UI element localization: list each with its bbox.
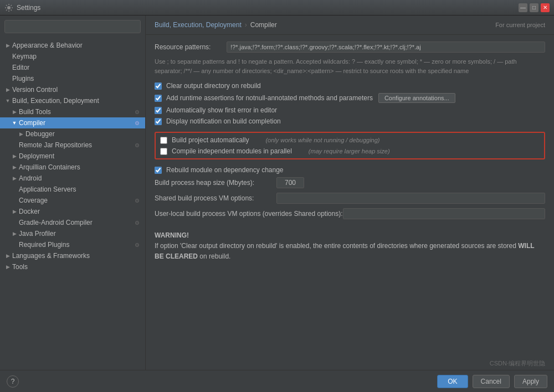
- highlighted-section: Build project automatically (only works …: [155, 132, 545, 159]
- heap-size-input[interactable]: [276, 177, 304, 188]
- gear-icon: ⚙: [133, 119, 141, 127]
- gear-icon: ⚙: [133, 197, 141, 204]
- checkbox-show-first-error: Automatically show first error in editor: [155, 106, 545, 114]
- sidebar-item-keymap[interactable]: Keymap: [0, 51, 145, 62]
- sidebar-item-remote-jar[interactable]: Remote Jar Repositories ⚙: [0, 140, 145, 151]
- gear-icon: ⚙: [133, 241, 141, 249]
- resource-hint: Use ; to separate patterns and ! to nega…: [155, 57, 545, 75]
- cancel-button[interactable]: Cancel: [473, 375, 510, 388]
- checkbox-rebuild-module: Rebuild module on dependency change: [155, 166, 545, 174]
- sidebar-item-label: Build, Execution, Deployment: [12, 97, 141, 105]
- sidebar-item-arquillian[interactable]: ▶ Arquillian Containers: [0, 162, 145, 173]
- rebuild-module-checkbox[interactable]: [155, 167, 162, 174]
- arrow-icon: ▶: [4, 42, 11, 49]
- apply-button[interactable]: Apply: [514, 375, 547, 388]
- arrow-icon: ▶: [11, 153, 18, 159]
- resource-patterns-label: Resource patterns:: [155, 42, 227, 51]
- rebuild-module-label: Rebuild module on dependency change: [166, 166, 284, 174]
- clear-output-checkbox[interactable]: [155, 82, 162, 90]
- resource-patterns-input[interactable]: [227, 42, 545, 53]
- checkbox-build-automatically: Build project automatically: [160, 136, 249, 144]
- sidebar-item-label: Build Tools: [19, 108, 133, 116]
- checkbox-runtime-assertions: Add runtime assertions for notnull-annot…: [155, 93, 545, 103]
- checkbox-clear-output: Clear output directory on rebuild: [155, 82, 545, 90]
- watermark: CSDN·编程界明世隐: [490, 359, 545, 368]
- arrow-icon: ▶: [4, 264, 11, 270]
- warning-box: WARNING! If option 'Clear output directo…: [155, 230, 545, 262]
- sidebar-item-deployment[interactable]: ▶ Deployment: [0, 151, 145, 162]
- window-controls: — □ ✕: [519, 3, 550, 12]
- sidebar-item-label: Application Servers: [19, 185, 141, 193]
- help-button[interactable]: ?: [7, 375, 19, 388]
- search-input[interactable]: [4, 20, 141, 33]
- sidebar-item-label: Compiler: [19, 119, 133, 127]
- sidebar-item-appearance[interactable]: ▶ Appearance & Behavior: [0, 40, 145, 51]
- sidebar-item-label: Required Plugins: [19, 241, 133, 249]
- sidebar-item-build-tools[interactable]: ▶ Build Tools ⚙: [0, 106, 145, 117]
- build-automatically-label: Build project automatically: [172, 136, 249, 144]
- sidebar-item-docker[interactable]: ▶ Docker: [0, 206, 145, 217]
- user-vm-input[interactable]: [343, 208, 546, 219]
- warning-title: WARNING!: [155, 230, 545, 241]
- sidebar-item-languages[interactable]: ▶ Languages & Frameworks: [0, 250, 145, 261]
- sidebar-item-compiler[interactable]: ▼ Compiler ⚙: [0, 117, 145, 128]
- runtime-assertions-label: Add runtime assertions for notnull-annot…: [166, 94, 373, 102]
- sidebar-item-gradle-android[interactable]: Gradle-Android Compiler ⚙: [0, 217, 145, 228]
- sidebar-item-label: Android: [19, 174, 141, 182]
- sidebar-item-label: Docker: [19, 208, 141, 215]
- sidebar-item-label: Java Profiler: [19, 230, 141, 238]
- sidebar-item-label: Editor: [12, 64, 141, 71]
- arrow-placeholder: [11, 197, 18, 204]
- sidebar-item-label: Version Control: [12, 86, 141, 94]
- show-first-error-checkbox[interactable]: [155, 107, 162, 114]
- arrow-icon: ▶: [4, 86, 11, 93]
- arrow-icon: ▶: [11, 175, 18, 182]
- panel-content: Resource patterns: Use ; to separate pat…: [146, 35, 554, 370]
- arrow-placeholder: [11, 219, 18, 226]
- sidebar-item-tools[interactable]: ▶ Tools: [0, 261, 145, 272]
- sidebar-item-app-servers[interactable]: Application Servers: [0, 184, 145, 195]
- main-panel: Build, Execution, Deployment › Compiler …: [146, 16, 554, 370]
- heap-size-label: Build process heap size (Mbytes):: [155, 179, 276, 187]
- project-link[interactable]: For current project: [495, 22, 545, 28]
- breadcrumb: Build, Execution, Deployment › Compiler …: [146, 16, 554, 35]
- display-notification-checkbox[interactable]: [155, 118, 162, 125]
- warning-bold: WILL BE CLEARED: [155, 242, 534, 260]
- shared-vm-input[interactable]: [276, 193, 545, 204]
- maximize-button[interactable]: □: [530, 3, 538, 12]
- arrow-icon: ▼: [11, 120, 18, 126]
- configure-annotations-button[interactable]: Configure annotations...: [378, 93, 455, 103]
- parallel-modules-checkbox[interactable]: [160, 148, 167, 155]
- sidebar-item-required-plugins[interactable]: Required Plugins ⚙: [0, 239, 145, 250]
- sidebar-item-label: Coverage: [19, 197, 133, 204]
- sidebar-item-plugins[interactable]: Plugins: [0, 73, 145, 84]
- arrow-icon: ▶: [4, 252, 11, 259]
- build-automatically-checkbox[interactable]: [160, 137, 167, 144]
- shared-vm-label: Shared build process VM options:: [155, 194, 276, 202]
- checkbox-display-notification: Display notification on build completion: [155, 117, 545, 125]
- sidebar-item-version-control[interactable]: ▶ Version Control: [0, 84, 145, 95]
- user-vm-label: User-local build process VM options (ove…: [155, 210, 343, 218]
- runtime-assertions-checkbox[interactable]: [155, 95, 162, 102]
- sidebar-item-coverage[interactable]: Coverage ⚙: [0, 195, 145, 206]
- parallel-modules-row: Compile independent modules in parallel …: [160, 147, 540, 155]
- arrow-placeholder: [4, 75, 11, 82]
- svg-point-0: [7, 6, 11, 9]
- sidebar-item-android[interactable]: ▶ Android: [0, 173, 145, 184]
- sidebar-item-debugger[interactable]: ▶ Debugger: [0, 128, 145, 140]
- sidebar-item-label: Languages & Frameworks: [12, 252, 141, 260]
- gear-icon: ⚙: [133, 108, 141, 116]
- settings-dialog: ▶ Appearance & Behavior Keymap Editor Pl…: [0, 16, 554, 392]
- sidebar-item-label: Keymap: [12, 53, 141, 60]
- arrow-icon: ▶: [11, 208, 18, 215]
- bottom-bar: ? OK Cancel Apply: [0, 370, 554, 392]
- sidebar-item-label: Gradle-Android Compiler: [19, 219, 133, 226]
- arrow-placeholder: [11, 241, 18, 248]
- close-button[interactable]: ✕: [541, 3, 550, 12]
- sidebar-item-build-execution[interactable]: ▼ Build, Execution, Deployment: [0, 95, 145, 106]
- sidebar-item-editor[interactable]: Editor: [0, 62, 145, 73]
- parallel-modules-note: (may require larger heap size): [309, 148, 390, 154]
- ok-button[interactable]: OK: [437, 375, 468, 388]
- sidebar-item-java-profiler[interactable]: ▶ Java Profiler: [0, 228, 145, 239]
- minimize-button[interactable]: —: [519, 3, 527, 12]
